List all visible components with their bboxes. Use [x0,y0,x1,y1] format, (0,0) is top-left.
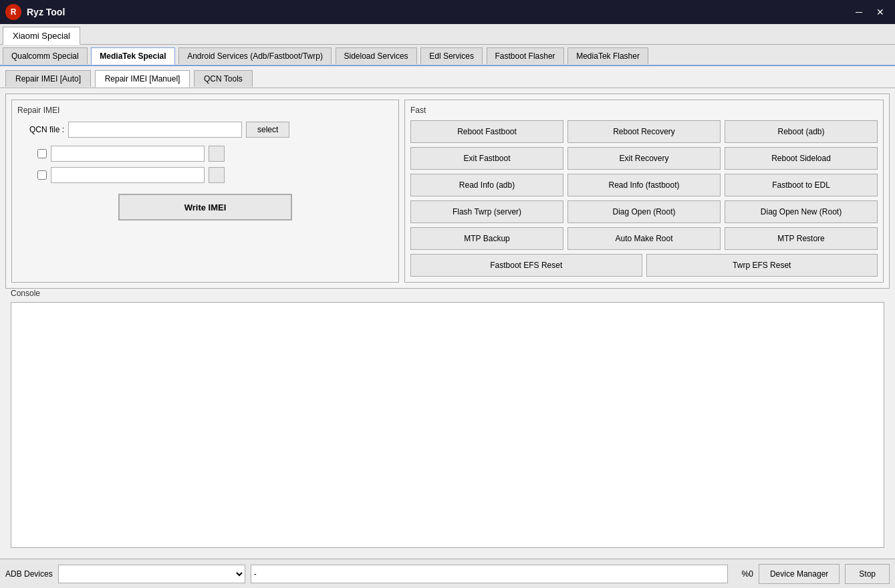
checkbox-row-1 [37,146,393,162]
stop-button[interactable]: Stop [845,564,890,584]
btn-auto-make-root[interactable]: Auto Make Root [567,227,721,250]
btn-reboot-sideload[interactable]: Reboot Sideload [725,147,878,170]
minimize-button[interactable]: ─ [850,5,868,19]
btn-diag-open-new[interactable]: Diag Open New (Root) [725,200,878,223]
tab-xiaomi-special[interactable]: Xiaomi Special [3,27,80,45]
tab-repair-imei-auto[interactable]: Repair IMEI [Auto] [5,70,91,87]
btn-twrp-efs-reset[interactable]: Twrp EFS Reset [646,254,878,277]
secondary-tab-bar: Qualcomm Special MediaTek Special Androi… [0,45,895,66]
checkbox-input-1[interactable] [51,146,205,162]
btn-fastboot-to-edl[interactable]: Fastboot to EDL [725,174,878,196]
fast-box: Fast Reboot Fastboot Reboot Recovery Reb… [404,100,884,283]
checkbox-2[interactable] [37,170,47,180]
checkbox-1[interactable] [37,149,47,158]
repair-imei-box: Repair IMEI QCN file : select [11,100,399,283]
btn-mtp-restore[interactable]: MTP Restore [725,227,878,250]
tab-content-area: Repair IMEI QCN file : select [0,88,895,559]
small-btn-1[interactable] [209,146,225,162]
checkbox-input-2[interactable] [51,167,205,183]
main-content: Xiaomi Special Qualcomm Special MediaTek… [0,24,895,559]
console-label: Console [11,289,884,298]
qcn-input[interactable] [68,122,242,138]
btn-mtp-backup[interactable]: MTP Backup [410,227,563,250]
btn-read-info-fastboot[interactable]: Read Info (fastboot) [567,174,721,196]
btn-exit-recovery[interactable]: Exit Recovery [567,147,721,170]
btn-reboot-recovery[interactable]: Reboot Recovery [567,120,721,143]
select-button[interactable]: select [246,122,289,138]
percent-label: %0 [733,569,753,579]
tab-sideload-services[interactable]: Sideload Services [336,47,417,64]
write-imei-button[interactable]: Write IMEI [118,194,292,220]
tertiary-tab-bar: Repair IMEI [Auto] Repair IMEI [Manuel] … [0,66,895,88]
main-panel: Repair IMEI QCN file : select [5,94,890,289]
console-wrapper: Console [5,289,890,553]
btn-reboot-fastboot[interactable]: Reboot Fastboot [410,120,563,143]
tab-fastboot-flasher[interactable]: Fastboot Flasher [487,47,564,64]
status-input[interactable] [251,565,728,583]
tab-qcn-tools[interactable]: QCN Tools [194,70,253,87]
btn-reboot-adb[interactable]: Reboot (adb) [725,120,878,143]
tab-edl-services[interactable]: Edl Services [420,47,483,64]
btn-read-info-adb[interactable]: Read Info (adb) [410,174,563,196]
btn-flash-twrp[interactable]: Flash Twrp (server) [410,200,563,223]
app-icon: R [5,4,21,20]
device-manager-button[interactable]: Device Manager [759,564,840,584]
title-bar: R Ryz Tool ─ ✕ [0,0,895,24]
small-btn-2[interactable] [209,167,225,183]
close-button[interactable]: ✕ [871,5,890,19]
app-title: Ryz Tool [27,7,65,17]
adb-devices-label: ADB Devices [5,569,53,579]
qcn-row: QCN file : select [24,122,393,138]
tab-android-services[interactable]: Android Services (Adb/Fastboot/Twrp) [178,47,332,64]
top-tab-bar: Xiaomi Special [0,24,895,45]
qcn-label: QCN file : [24,125,64,134]
btn-diag-open-root[interactable]: Diag Open (Root) [567,200,721,223]
btn-fastboot-efs-reset[interactable]: Fastboot EFS Reset [410,254,642,277]
btn-exit-fastboot[interactable]: Exit Fastboot [410,147,563,170]
window-controls: ─ ✕ [850,5,890,19]
adb-devices-select[interactable] [58,565,245,583]
fast-bottom-row: Fastboot EFS Reset Twrp EFS Reset [410,254,878,277]
status-bar: ADB Devices %0 Device Manager Stop [0,559,895,588]
console-area [11,302,884,548]
fast-grid: Reboot Fastboot Reboot Recovery Reboot (… [410,120,878,250]
tab-qualcomm-special[interactable]: Qualcomm Special [3,47,88,64]
tab-mediatek-special[interactable]: MediaTek Special [91,47,174,65]
repair-imei-label: Repair IMEI [17,106,393,115]
tab-mediatek-flasher[interactable]: MediaTek Flasher [567,47,648,64]
tab-repair-imei-manuel[interactable]: Repair IMEI [Manuel] [95,70,190,88]
fast-label: Fast [410,106,878,115]
checkbox-row-2 [37,167,393,183]
